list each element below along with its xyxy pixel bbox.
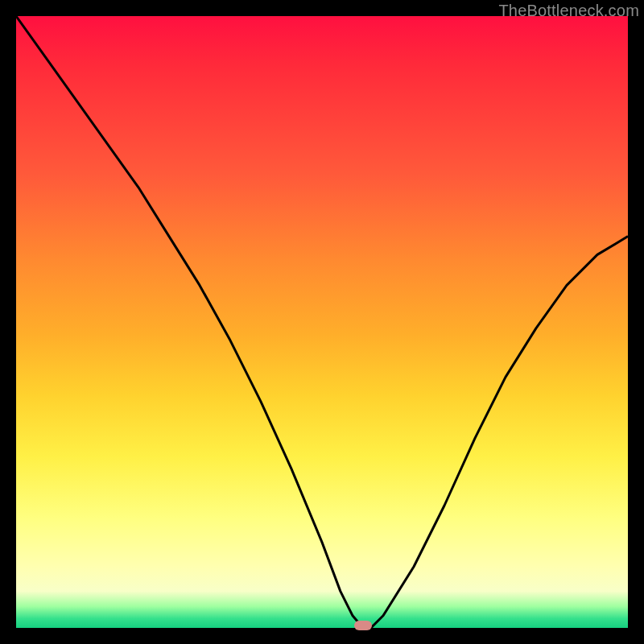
bottleneck-curve <box>16 16 628 628</box>
watermark-text: TheBottleneck.com <box>498 2 639 20</box>
plot-area <box>16 16 628 628</box>
curve-path <box>16 16 628 628</box>
chart-frame: TheBottleneck.com <box>0 0 644 644</box>
optimum-marker <box>354 621 372 630</box>
